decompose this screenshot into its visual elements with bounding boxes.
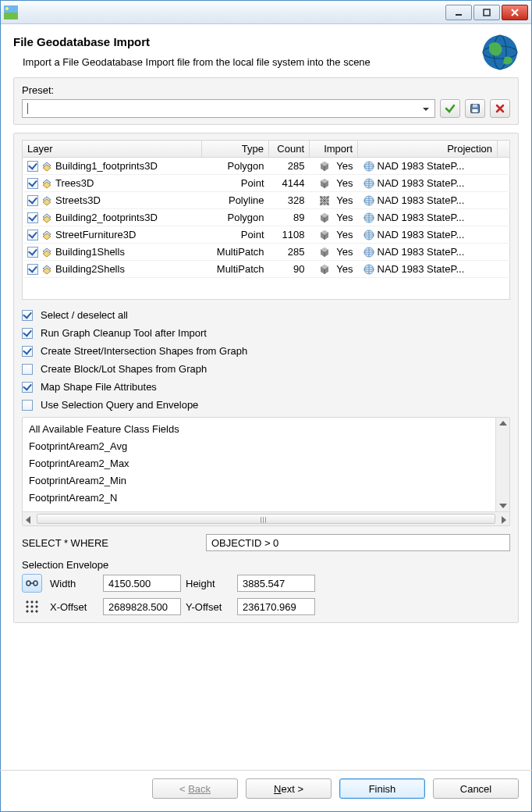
option-checkbox[interactable] [22, 328, 33, 339]
list-item[interactable]: FootprintAream2_Min [29, 472, 503, 490]
xoffset-label: X-Offset [50, 601, 98, 613]
projection-value: NAD 1983 StateP... [378, 194, 465, 206]
table-row[interactable]: Building1_footprints3DPolygon285YesNAD 1… [23, 158, 510, 175]
close-button[interactable] [502, 5, 528, 20]
yoffset-label: Y-Offset [186, 601, 232, 613]
table-row[interactable]: StreetFurniture3DPoint1108YesNAD 1983 St… [23, 226, 510, 244]
width-input[interactable]: 4150.500 [103, 575, 181, 592]
option-checkbox[interactable] [22, 346, 33, 357]
yoffset-input[interactable]: 236170.969 [237, 598, 315, 615]
dialog-window: File Geodatabase Import Import a File Ge… [0, 0, 532, 812]
projection-value: NAD 1983 StateP... [378, 212, 465, 223]
height-label: Height [186, 578, 232, 589]
option-label: Create Block/Lot Shapes from Graph [41, 363, 207, 375]
svg-point-16 [27, 606, 28, 607]
row-checkbox[interactable] [27, 178, 38, 189]
where-input[interactable]: OBJECTID > 0 [206, 534, 510, 551]
svg-rect-0 [4, 12, 18, 20]
list-item[interactable]: FootprintAream2_N [29, 490, 503, 507]
projection-icon [363, 160, 375, 173]
import-value: Yes [336, 246, 353, 258]
vertical-scrollbar[interactable] [495, 418, 509, 511]
preset-label: Preset: [22, 84, 54, 96]
svg-point-17 [31, 606, 33, 607]
layer-icon [41, 264, 52, 275]
col-layer[interactable]: Layer [23, 141, 202, 158]
svg-point-14 [31, 601, 33, 603]
divider [0, 770, 532, 771]
delete-preset-button[interactable] [490, 99, 510, 118]
option-label: Use Selection Query and Envelope [41, 399, 198, 411]
svg-rect-11 [27, 581, 30, 586]
row-checkbox[interactable] [27, 230, 38, 240]
col-type[interactable]: Type [202, 141, 269, 158]
svg-point-21 [36, 611, 37, 612]
height-input[interactable]: 3885.547 [237, 575, 315, 592]
row-checkbox[interactable] [27, 161, 38, 172]
apply-preset-button[interactable] [440, 99, 460, 118]
row-checkbox[interactable] [27, 264, 38, 275]
svg-point-2 [5, 7, 9, 10]
list-item[interactable]: FootprintAream2_Avg [29, 438, 503, 455]
svg-rect-12 [34, 581, 37, 586]
width-label: Width [50, 578, 98, 589]
projection-value: NAD 1983 StateP... [378, 246, 465, 258]
table-row[interactable]: Building2ShellsMultiPatch90YesNAD 1983 S… [23, 261, 510, 278]
projection-icon [363, 194, 375, 207]
minimize-button[interactable] [445, 5, 472, 20]
where-label: SELECT * WHERE [22, 537, 201, 549]
horizontal-scrollbar[interactable] [23, 511, 509, 525]
cancel-button[interactable]: Cancel [433, 778, 519, 799]
text-cursor [27, 103, 28, 114]
next-button[interactable]: Next > [246, 778, 332, 799]
import-icon [318, 194, 331, 207]
layers-panel: Layer Type Count Import Projection Build… [13, 133, 519, 623]
option-checkbox[interactable] [22, 382, 33, 393]
option-checkbox[interactable] [22, 364, 33, 375]
link-dimensions-button[interactable] [22, 574, 42, 593]
globe-icon [481, 34, 519, 71]
list-item[interactable]: FootprintAream2_Max [29, 455, 503, 472]
import-value: Yes [336, 212, 353, 223]
row-checkbox[interactable] [27, 247, 38, 258]
layer-type: Point [202, 226, 269, 244]
layer-count: 328 [269, 192, 310, 209]
fields-listbox[interactable]: All Available Feature Class Fields Footp… [22, 417, 510, 526]
row-checkbox[interactable] [27, 195, 38, 206]
page-description: Import a File Geodatabase Import file fr… [23, 56, 519, 68]
layer-icon [41, 161, 52, 172]
import-icon [318, 263, 331, 276]
finish-button[interactable]: Finish [339, 778, 425, 799]
chevron-down-icon [422, 105, 430, 116]
projection-icon [363, 229, 375, 241]
col-tail [498, 141, 510, 158]
xoffset-input[interactable]: 2689828.500 [103, 598, 181, 615]
save-preset-button[interactable] [465, 99, 485, 118]
col-count[interactable]: Count [269, 141, 310, 158]
back-button[interactable]: < Back [152, 778, 238, 799]
table-row[interactable]: Building2_footprints3DPolygon89YesNAD 19… [23, 209, 510, 226]
table-row[interactable]: Streets3DPolyline328YesNAD 1983 StateP..… [23, 192, 510, 209]
preset-combobox[interactable] [22, 99, 435, 118]
col-projection[interactable]: Projection [358, 141, 498, 158]
option-row: Map Shape File Attributes [22, 381, 510, 393]
layer-name: Building2_footprints3D [55, 212, 158, 223]
import-icon [318, 160, 331, 173]
layer-icon [41, 178, 52, 189]
option-label: Map Shape File Attributes [41, 381, 157, 393]
layer-icon [41, 230, 52, 240]
option-row: Run Graph Cleanup Tool after Import [22, 327, 510, 339]
app-icon [4, 5, 18, 20]
option-label: Create Street/Intersection Shapes from G… [41, 345, 247, 357]
row-checkbox[interactable] [27, 212, 38, 223]
option-checkbox[interactable] [22, 400, 33, 411]
layer-icon [41, 212, 52, 223]
maximize-button[interactable] [473, 5, 500, 20]
layer-type: MultiPatch [202, 244, 269, 261]
option-checkbox[interactable] [22, 310, 33, 321]
table-row[interactable]: Building1ShellsMultiPatch285YesNAD 1983 … [23, 244, 510, 261]
table-row[interactable]: Trees3DPoint4144YesNAD 1983 StateP... [23, 175, 510, 192]
projection-icon [363, 177, 375, 190]
col-import[interactable]: Import [310, 141, 358, 158]
layer-name: Building1Shells [55, 246, 125, 258]
